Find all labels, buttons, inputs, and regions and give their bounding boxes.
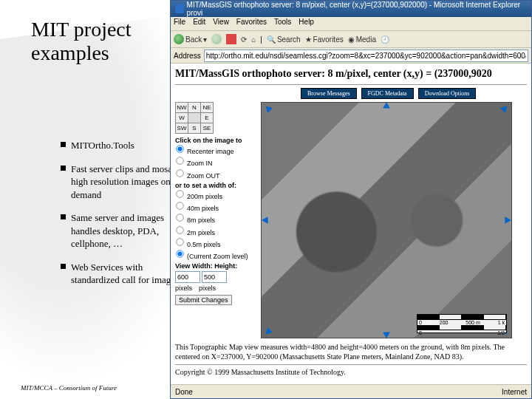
opt-200m[interactable]: 200m pixels xyxy=(175,189,256,201)
view-dims-heading: View Width: Height: xyxy=(175,262,256,270)
toolbar: Back ▾ ⟳ ⌂ | 🔍Search ★Favorites ◉Media 🕘 xyxy=(171,31,531,48)
opt-recenter[interactable]: Recenter image xyxy=(175,144,256,156)
nav-s[interactable]: S xyxy=(188,123,201,134)
nav-ne[interactable]: NE xyxy=(201,103,214,113)
list-item: Web Services with standardized call for … xyxy=(61,261,186,287)
nav-n[interactable]: N xyxy=(188,103,201,113)
btn-fgdc[interactable]: FGDC Metadata xyxy=(361,88,414,99)
pan-n-icon[interactable] xyxy=(381,102,392,110)
controls-panel: NWNNE WE SWSSE Click on the image to Rec… xyxy=(175,102,256,338)
slide-footer: MIT/MCCA – Consortium of Future xyxy=(21,384,117,392)
map-viewport[interactable]: 0200500 m1 k 01/2 xyxy=(261,102,512,338)
opt-curr[interactable]: (Current Zoom level) xyxy=(175,249,256,261)
nav-e[interactable]: E xyxy=(201,113,214,123)
list-item: Fast server clips and mosaics high resol… xyxy=(61,163,186,202)
opt-8m[interactable]: 8m pixels xyxy=(175,213,256,225)
svg-marker-3 xyxy=(505,216,511,224)
pan-s-icon[interactable] xyxy=(381,330,392,338)
history-button[interactable]: 🕘 xyxy=(381,35,389,44)
status-left: Done xyxy=(175,388,193,396)
click-action-heading: Click on the image to xyxy=(175,137,256,144)
address-label: Address xyxy=(174,52,201,60)
stop-button[interactable] xyxy=(226,34,236,44)
click-options: Recenter image Zoom IN Zoom OUT xyxy=(175,144,256,180)
orthophoto-image[interactable] xyxy=(262,103,511,338)
height-unit: pixels xyxy=(199,284,216,292)
width-input[interactable] xyxy=(175,271,200,283)
nav-se[interactable]: SE xyxy=(201,123,214,134)
width-level-heading: or to set a width of: xyxy=(175,182,256,189)
submit-button[interactable]: Submit Changes xyxy=(175,295,232,305)
home-button[interactable]: ⌂ xyxy=(251,35,256,44)
list-item: Same server and images handles desktop, … xyxy=(61,211,186,250)
back-icon xyxy=(174,34,184,44)
menu-tools[interactable]: Tools xyxy=(274,18,291,30)
back-button[interactable]: Back ▾ xyxy=(174,34,207,44)
svg-marker-1 xyxy=(383,332,390,338)
slide-title: MIT project examples xyxy=(31,18,132,65)
address-input[interactable] xyxy=(204,50,528,62)
favorites-button[interactable]: ★Favorites xyxy=(305,35,344,44)
header-buttons: Browse Messages FGDC Metadata Download O… xyxy=(301,88,527,99)
media-button[interactable]: ◉Media xyxy=(348,35,376,44)
refresh-button[interactable]: ⟳ xyxy=(241,35,247,44)
search-button[interactable]: 🔍Search xyxy=(267,35,301,44)
nav-w[interactable]: W xyxy=(176,113,188,123)
svg-marker-4 xyxy=(263,103,273,113)
opt-zoomout[interactable]: Zoom OUT xyxy=(175,168,256,180)
menu-bar: File Edit View Favorites Tools Help xyxy=(171,17,531,31)
zoom-options: 200m pixels 40m pixels 8m pixels 2m pixe… xyxy=(175,189,256,262)
status-right: Internet xyxy=(502,388,527,396)
compass-nav: NWNNE WE SWSSE xyxy=(175,102,214,134)
btn-download[interactable]: Download Options xyxy=(418,88,477,99)
nav-center[interactable] xyxy=(188,113,201,123)
btn-browsemsgs[interactable]: Browse Messages xyxy=(301,88,357,99)
bullet-list: MITOrtho.Tools Fast server clips and mos… xyxy=(31,139,186,297)
pan-w-icon[interactable] xyxy=(261,215,270,225)
window-title: MIT/MassGIS orthophoto server: 8 m/pixel… xyxy=(187,1,527,17)
opt-2m[interactable]: 2m pixels xyxy=(175,225,256,237)
map-caption: This Topographic Map view measures width… xyxy=(175,343,527,361)
menu-help[interactable]: Help xyxy=(299,18,314,30)
page-title: MIT/MassGIS orthophoto server: 8 m/pixel… xyxy=(175,68,527,80)
menu-file[interactable]: File xyxy=(174,18,185,30)
opt-05m[interactable]: 0.5m pixels xyxy=(175,237,256,249)
window-titlebar[interactable]: MIT/MassGIS orthophoto server: 8 m/pixel… xyxy=(171,1,531,17)
menu-fav[interactable]: Favorites xyxy=(236,18,267,30)
width-unit: pixels xyxy=(175,284,192,292)
list-item: MITOrtho.Tools xyxy=(61,139,186,152)
scale-bar: 0200500 m1 k 01/2 xyxy=(417,314,507,333)
status-bar: Done Internet xyxy=(171,384,531,398)
ie-logo-icon xyxy=(175,4,184,13)
svg-marker-2 xyxy=(262,216,267,224)
menu-view[interactable]: View xyxy=(213,18,229,30)
opt-40m[interactable]: 40m pixels xyxy=(175,201,256,213)
address-bar: Address xyxy=(171,48,531,64)
svg-marker-0 xyxy=(383,102,390,108)
forward-button[interactable] xyxy=(211,34,222,44)
nav-nw[interactable]: NW xyxy=(176,103,188,113)
height-input[interactable] xyxy=(202,271,227,283)
copyright: Copyright © 1999 Massachusetts Institute… xyxy=(175,368,527,376)
menu-edit[interactable]: Edit xyxy=(193,18,205,30)
nav-sw[interactable]: SW xyxy=(176,123,188,134)
pan-e-icon[interactable] xyxy=(503,215,512,225)
opt-zoomin[interactable]: Zoom IN xyxy=(175,156,256,168)
browser-window: MIT/MassGIS orthophoto server: 8 m/pixel… xyxy=(170,0,532,399)
